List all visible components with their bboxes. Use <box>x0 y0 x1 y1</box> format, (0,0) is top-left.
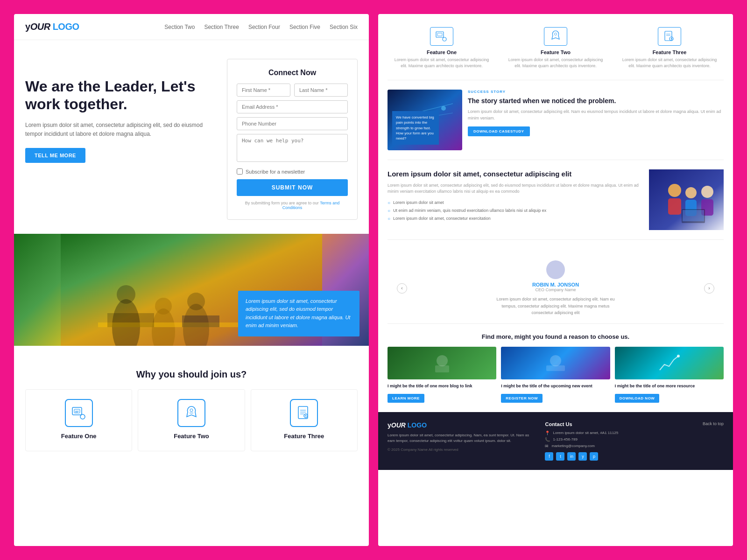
svg-point-12 <box>80 414 85 419</box>
story-description: Lorem ipsum dolor sit amet, consectetur … <box>468 109 724 121</box>
find-more-section: Find more, might you found a reason to c… <box>388 333 724 403</box>
subscribe-row: Subscribe for a newsletter <box>237 168 348 175</box>
blog-image-2 <box>501 347 610 379</box>
form-disclaimer: By submitting form you are agree to our … <box>237 201 348 210</box>
feature-two-name: Feature Two <box>144 433 239 440</box>
learn-more-button[interactable]: LEARN MORE <box>388 394 424 403</box>
footer-email: ✉ marketing@company.com <box>545 444 693 448</box>
feature-two-icon <box>177 399 205 427</box>
features-row: Feature One Feature Two <box>25 389 358 451</box>
about-list-item-2: Ut enim ad minim veniam, quis nostrud ex… <box>388 207 643 215</box>
svg-point-50 <box>550 272 561 277</box>
nav-section-two[interactable]: Section Two <box>164 24 195 30</box>
top-feature-three-desc: Lorem ipsum dolor sit amet, consectetur … <box>619 57 720 69</box>
about-description: Lorem ipsum dolor sit amet, consectetur … <box>388 182 643 195</box>
blog-card-2: I might be the title of the upcoming new… <box>501 347 610 403</box>
last-name-input[interactable] <box>294 84 348 97</box>
footer-brand: yOUR LOGO Lorem ipsum dolor sit amet, co… <box>388 421 536 452</box>
left-panel: yOUR LOGO Section Two Section Three Sect… <box>14 14 369 546</box>
blog-card-1: I might be the title of one more blog to… <box>388 347 496 403</box>
feature-three-name: Feature Three <box>257 433 352 440</box>
about-image <box>649 169 724 230</box>
top-feature-two-desc: Lorem ipsum dolor sit amet, consectetur … <box>505 57 606 69</box>
team-photo-section: Lorem ipsum dolor sit amet, consectetur … <box>14 234 369 346</box>
download-casestudy-button[interactable]: DOWNLOAD CASESTUDY <box>468 126 530 136</box>
email-input[interactable] <box>237 100 348 113</box>
tell-me-more-button[interactable]: TELL ME MORE <box>25 148 85 163</box>
svg-point-49 <box>552 265 559 271</box>
about-list-item-1: Lorem ipsum dolor sit amet <box>388 199 643 207</box>
story-content: SUCCESS STORY The story started when we … <box>468 90 724 150</box>
submit-button[interactable]: SUBMIT NOW <box>237 179 348 196</box>
footer-contact: Contact Us 📍 Lorem ipsum dolor sit amet,… <box>545 421 693 461</box>
footer-logo: yOUR LOGO <box>388 421 536 429</box>
blog-title-2: I might be the title of the upcoming new… <box>501 383 610 389</box>
top-feature-1: Feature One Lorem ipsum dolor sit amet, … <box>388 23 496 72</box>
testimonial-section: ‹ ROBIN M. JONSON CEO Company Name Lorem… <box>388 249 724 324</box>
message-group <box>237 134 348 164</box>
svg-point-26 <box>443 37 446 41</box>
footer-phone: 📞 1-123-456-789 <box>545 437 693 442</box>
top-feature-2: Feature Two Lorem ipsum dolor sit amet, … <box>501 23 610 72</box>
linkedin-icon[interactable]: in <box>567 452 576 461</box>
logo: yOUR LOGO <box>25 21 79 32</box>
top-feature-one-icon <box>430 27 453 46</box>
photo-caption: Lorem ipsum dolor sit amet, consectetur … <box>238 291 359 336</box>
first-name-input[interactable] <box>237 84 290 97</box>
about-section: Lorem ipsum dolor sit amet, consectetur … <box>388 169 724 240</box>
connect-form: Connect Now Subscribe for a newsletter <box>227 59 358 220</box>
navigation: yOUR LOGO Section Two Section Three Sect… <box>14 14 369 40</box>
svg-point-45 <box>701 186 713 198</box>
find-more-title: Find more, might you found a reason to c… <box>388 333 724 340</box>
phone-input[interactable] <box>237 117 348 130</box>
nav-section-four[interactable]: Section Four <box>248 24 280 30</box>
top-feature-three-name: Feature Three <box>619 49 720 55</box>
message-textarea[interactable] <box>237 134 348 162</box>
blog-image-1 <box>388 347 496 379</box>
phone-icon: 📞 <box>545 437 550 442</box>
logo-text-your: yOUR <box>25 21 50 32</box>
footer-contact-title: Contact Us <box>545 421 693 427</box>
testimonial-text: Lorem ipsum dolor sit amet, consectetur … <box>495 296 616 316</box>
subscribe-label: Subscribe for a newsletter <box>246 169 305 175</box>
story-overlay-text: We have converted big pain points into t… <box>392 111 439 145</box>
feature-card-1: Feature One <box>25 389 132 451</box>
testimonial-prev-button[interactable]: ‹ <box>397 283 407 294</box>
youtube-icon[interactable]: y <box>578 452 587 461</box>
svg-point-6 <box>187 293 205 310</box>
about-title: Lorem ipsum dolor sit amet, consectetur … <box>388 169 643 179</box>
svg-rect-48 <box>683 210 704 221</box>
email-group <box>237 100 348 113</box>
top-features-section: Feature One Lorem ipsum dolor sit amet, … <box>388 23 724 80</box>
pinterest-icon[interactable]: p <box>590 452 598 461</box>
blog-image-3 <box>615 347 724 379</box>
svg-point-4 <box>155 298 172 315</box>
footer-copyright: © 2025 Company Name All rights reserved <box>388 448 536 452</box>
name-row <box>237 84 348 97</box>
svg-rect-24 <box>436 32 444 37</box>
nav-section-six[interactable]: Section Six <box>330 24 358 30</box>
logo-text-logo: LOGO <box>53 21 79 32</box>
footer-address: 📍 Lorem ipsum dolor sit amet, #A1 11125 <box>545 431 693 435</box>
story-badge: SUCCESS STORY <box>468 90 724 94</box>
subscribe-checkbox[interactable] <box>237 168 243 175</box>
right-footer: yOUR LOGO Lorem ipsum dolor sit amet, co… <box>378 412 733 470</box>
nav-links: Section Two Section Three Section Four S… <box>164 24 358 30</box>
nav-section-five[interactable]: Section Five <box>289 24 320 30</box>
location-icon: 📍 <box>545 431 550 435</box>
facebook-icon[interactable]: f <box>545 452 553 461</box>
testimonial-next-button[interactable]: › <box>704 283 714 294</box>
svg-point-27 <box>555 33 557 35</box>
svg-point-43 <box>685 187 697 198</box>
register-now-button[interactable]: REGISTER NOW <box>501 394 543 403</box>
why-join-section: Why you should join us? Feature One <box>14 360 369 456</box>
feature-one-name: Feature One <box>31 433 126 440</box>
feature-card-2: Feature Two <box>138 389 245 451</box>
download-now-button[interactable]: DOWNLOAD NOW <box>615 394 660 403</box>
hero-text: We are the Leader, Let's work together. … <box>25 59 218 163</box>
back-to-top-link[interactable]: Back to top <box>703 421 724 426</box>
success-story-section: We have converted big pain points into t… <box>388 90 724 160</box>
twitter-icon[interactable]: t <box>556 452 564 461</box>
feature-three-icon <box>290 399 318 427</box>
nav-section-three[interactable]: Section Three <box>204 24 239 30</box>
